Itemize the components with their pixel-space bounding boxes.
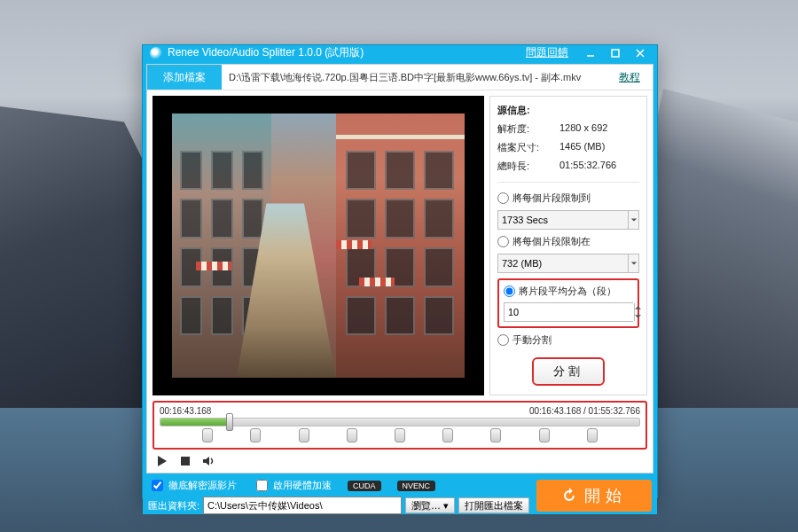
timeline-progress: [160, 419, 230, 426]
chevron-down-icon[interactable]: [628, 254, 638, 272]
timeline-current: 00:16:43.168: [160, 406, 211, 416]
maximize-button[interactable]: [606, 46, 625, 60]
split-marker[interactable]: [299, 428, 309, 442]
timeline-total: 00:16:43.168 / 01:55:32.766: [529, 406, 640, 416]
equal-split-highlight: 將片段平均分為（段）: [497, 278, 639, 328]
equal-split-spinner[interactable]: [504, 302, 633, 322]
chip-nvenc: NVENC: [397, 481, 436, 491]
split-marker[interactable]: [395, 428, 405, 442]
split-button[interactable]: 分割: [532, 357, 605, 386]
option-manual-split-label: 手動分割: [512, 333, 552, 347]
app-title: Renee Video/Audio Splitter 1.0.0 (試用版): [168, 45, 364, 60]
limit-time-input[interactable]: [498, 211, 628, 229]
filesize-label: 檔案尺寸:: [497, 141, 554, 154]
timeline-highlight: 00:16:43.168 00:16:43.168 / 01:55:32.766: [153, 401, 647, 450]
resolution-label: 解析度:: [497, 122, 554, 136]
open-output-button[interactable]: 打開匯出檔案: [458, 497, 529, 513]
output-folder-input[interactable]: [203, 497, 402, 514]
start-button-label: 開始: [584, 485, 627, 506]
spinner-up-icon[interactable]: [635, 303, 641, 312]
source-filepath: D:\迅雷下载\地海传说.720p.国粤日三语.BD中字[最新电影www.66y…: [222, 71, 606, 84]
bottom-bar: 徹底解密源影片 啟用硬體加速 CUDA NVENC 匯出資料夾: 瀏覽… ▾ 打…: [143, 477, 657, 514]
desktop-wallpaper: Renee Video/Audio Splitter 1.0.0 (試用版) 問…: [0, 0, 798, 532]
checkbox-decrypt[interactable]: 徹底解密源影片: [148, 477, 237, 494]
timeline-markers: [160, 428, 640, 442]
tutorial-link[interactable]: 教程: [606, 70, 653, 85]
option-limit-time-label: 將每個片段限制到: [512, 192, 591, 205]
split-marker[interactable]: [539, 428, 550, 442]
topbar: 添加檔案 D:\迅雷下载\地海传说.720p.国粤日三语.BD中字[最新电影ww…: [147, 65, 653, 90]
split-marker[interactable]: [587, 428, 598, 442]
feedback-link[interactable]: 問題回饋: [526, 45, 568, 60]
option-limit-size[interactable]: 將每個片段限制在: [497, 235, 639, 248]
duration-value: 01:55:32.766: [559, 160, 616, 173]
option-limit-size-label: 將每個片段限制在: [512, 235, 591, 248]
limit-size-input[interactable]: [498, 254, 628, 272]
split-marker[interactable]: [442, 428, 453, 442]
app-window: Renee Video/Audio Splitter 1.0.0 (試用版) 問…: [142, 44, 658, 498]
limit-size-combo[interactable]: [497, 254, 639, 273]
stop-icon[interactable]: [179, 455, 192, 467]
side-panel: 源信息: 解析度:1280 x 692 檔案尺寸:1465 (MB) 總時長:0…: [489, 96, 647, 395]
volume-icon[interactable]: [202, 455, 215, 467]
browse-button[interactable]: 瀏覽… ▾: [405, 497, 455, 513]
split-marker[interactable]: [347, 428, 357, 442]
filesize-value: 1465 (MB): [559, 141, 605, 154]
duration-label: 總時長:: [497, 160, 554, 173]
split-marker[interactable]: [202, 428, 213, 442]
equal-split-input[interactable]: [505, 303, 634, 321]
split-marker[interactable]: [490, 428, 501, 442]
option-manual-split[interactable]: 手動分割: [497, 333, 639, 347]
start-button[interactable]: 開始: [536, 480, 652, 512]
chevron-down-icon[interactable]: [628, 211, 638, 229]
close-button[interactable]: [630, 46, 650, 60]
add-file-button[interactable]: 添加檔案: [147, 65, 222, 90]
output-folder-label: 匯出資料夾:: [148, 499, 200, 512]
split-marker[interactable]: [250, 428, 261, 442]
resolution-value: 1280 x 692: [559, 122, 607, 136]
chip-cuda: CUDA: [348, 481, 381, 491]
video-preview[interactable]: [153, 96, 484, 395]
checkbox-hwaccel[interactable]: 啟用硬體加速: [253, 477, 332, 494]
timeline-track[interactable]: [160, 418, 640, 426]
app-icon: [150, 47, 162, 59]
refresh-icon: [561, 488, 577, 504]
svg-rect-0: [612, 50, 619, 57]
option-equal-split[interactable]: 將片段平均分為（段）: [504, 285, 633, 298]
limit-time-combo[interactable]: [497, 210, 639, 230]
player-controls: [147, 453, 653, 473]
source-info-heading: 源信息:: [497, 104, 530, 117]
option-equal-split-label: 將片段平均分為（段）: [519, 285, 616, 298]
spinner-down-icon[interactable]: [635, 312, 641, 321]
svg-rect-1: [181, 457, 190, 466]
titlebar[interactable]: Renee Video/Audio Splitter 1.0.0 (試用版) 問…: [143, 45, 657, 60]
minimize-button[interactable]: [581, 46, 600, 60]
play-icon[interactable]: [156, 455, 168, 467]
option-limit-time[interactable]: 將每個片段限制到: [497, 192, 639, 205]
